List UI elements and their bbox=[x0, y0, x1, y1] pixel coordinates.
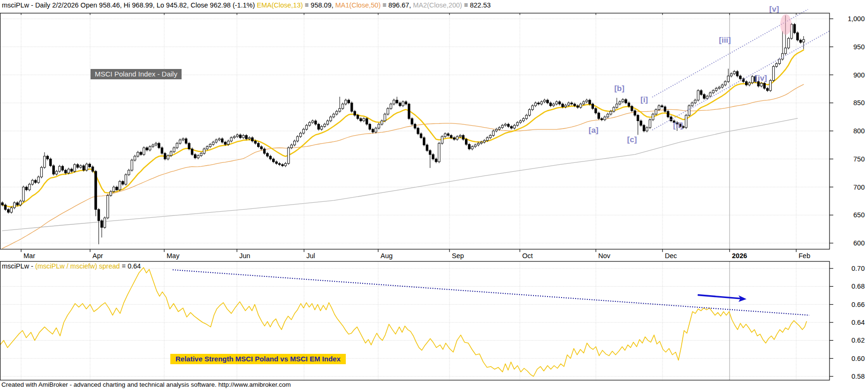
y-axis-label: 0.62 bbox=[852, 336, 865, 344]
candle-body bbox=[393, 100, 395, 104]
candle-body bbox=[655, 110, 657, 115]
candle-body bbox=[143, 148, 145, 154]
candle-body bbox=[420, 134, 422, 138]
candle-body bbox=[502, 125, 503, 128]
candle-body bbox=[525, 115, 527, 119]
spread-title-segment: = 0.64 bbox=[122, 262, 141, 270]
candle-body bbox=[89, 164, 91, 167]
candle-body bbox=[417, 128, 419, 134]
candle-body bbox=[224, 142, 226, 145]
x-axis-month-label: Dec bbox=[665, 252, 677, 260]
candle-body bbox=[507, 124, 509, 127]
candle-body bbox=[468, 145, 470, 149]
candle-body bbox=[748, 83, 750, 85]
x-axis-month-label: Oct bbox=[522, 252, 533, 260]
candle-body bbox=[691, 103, 693, 106]
candle-body bbox=[170, 152, 172, 155]
candle-body bbox=[233, 137, 235, 138]
candle-body bbox=[471, 146, 473, 149]
candle-body bbox=[16, 203, 18, 205]
candle-body bbox=[318, 124, 320, 130]
candle-body bbox=[601, 119, 602, 120]
candle-body bbox=[23, 187, 24, 201]
candle-body bbox=[664, 107, 666, 112]
candle-body bbox=[405, 102, 407, 104]
candle-body bbox=[718, 87, 720, 88]
candle-body bbox=[50, 159, 52, 166]
candle-body bbox=[579, 104, 581, 107]
elliott-wave-label: [c] bbox=[627, 135, 637, 144]
candle-body bbox=[242, 136, 244, 138]
elliott-wave-label: [b] bbox=[614, 84, 624, 93]
candle-body bbox=[694, 100, 696, 103]
candle-body bbox=[303, 129, 305, 133]
elliott-wave-label: [v] bbox=[769, 5, 779, 14]
candle-body bbox=[797, 33, 799, 40]
candle-body bbox=[1, 203, 3, 205]
candle-body bbox=[640, 121, 642, 125]
candle-body bbox=[179, 140, 181, 143]
x-axis-month-label: Sep bbox=[452, 252, 464, 260]
y-axis-label: 1,000 bbox=[848, 15, 865, 23]
spread-title-segment: (msciPLw / msciefw) spread bbox=[35, 262, 122, 270]
candle-body bbox=[83, 166, 84, 170]
candle-body bbox=[260, 146, 262, 149]
candle-body bbox=[453, 138, 455, 139]
candle-body bbox=[459, 136, 461, 137]
candle-body bbox=[333, 114, 335, 117]
candle-body bbox=[200, 153, 202, 156]
ma50-line bbox=[2, 84, 804, 249]
candle-body bbox=[474, 145, 476, 147]
candle-body bbox=[104, 218, 106, 227]
candle-body bbox=[182, 139, 184, 140]
x-axis-month-label: May bbox=[167, 252, 180, 260]
candle-body bbox=[793, 24, 795, 33]
y-axis-label: 700 bbox=[853, 184, 865, 191]
candle-body bbox=[517, 122, 518, 125]
candle-body bbox=[513, 125, 515, 128]
y-axis-label: 650 bbox=[853, 211, 865, 219]
spread-line bbox=[0, 268, 807, 376]
candle-body bbox=[320, 126, 322, 129]
candle-body bbox=[498, 128, 500, 130]
y-axis-label: 750 bbox=[853, 155, 865, 163]
candle-body bbox=[125, 175, 127, 184]
candle-body bbox=[549, 103, 551, 106]
candle-body bbox=[152, 145, 154, 147]
candle-body bbox=[625, 99, 627, 103]
candle-body bbox=[288, 148, 289, 163]
candle-body bbox=[727, 76, 729, 82]
candle-body bbox=[670, 117, 672, 121]
candle-body bbox=[185, 139, 187, 144]
candle-body bbox=[462, 136, 464, 139]
candle-body bbox=[266, 153, 268, 156]
y-axis-label: 600 bbox=[853, 239, 865, 247]
candle-body bbox=[486, 138, 488, 140]
candle-body bbox=[465, 139, 467, 145]
candle-body bbox=[495, 129, 497, 131]
candle-body bbox=[577, 106, 579, 107]
instrument-badge: MSCI Poland Index - Daily bbox=[91, 69, 182, 79]
candle-body bbox=[282, 165, 283, 166]
candle-body bbox=[372, 129, 373, 132]
candle-body bbox=[532, 106, 533, 109]
candle-body bbox=[637, 115, 639, 121]
candle-body bbox=[110, 191, 112, 195]
candle-body bbox=[10, 208, 12, 213]
candle-body bbox=[649, 120, 651, 128]
candle-body bbox=[294, 141, 296, 145]
candle-body bbox=[706, 96, 708, 99]
elliott-channel-line bbox=[652, 31, 830, 130]
spread-title-segment: msciPLw - bbox=[2, 262, 35, 270]
chart-canvas[interactable]: [v][iii][iv][b][i][ii][a][c]1,0009509008… bbox=[0, 0, 868, 390]
x-axis-month-label: 2026 bbox=[732, 252, 747, 260]
candle-body bbox=[766, 88, 768, 91]
candle-body bbox=[354, 111, 356, 115]
candle-body bbox=[703, 94, 705, 98]
candle-body bbox=[378, 124, 380, 128]
candle-body bbox=[155, 143, 157, 145]
y-axis-label: 950 bbox=[853, 43, 865, 51]
candle-body bbox=[411, 119, 413, 124]
candle-body bbox=[447, 134, 449, 136]
candle-body bbox=[387, 108, 389, 114]
